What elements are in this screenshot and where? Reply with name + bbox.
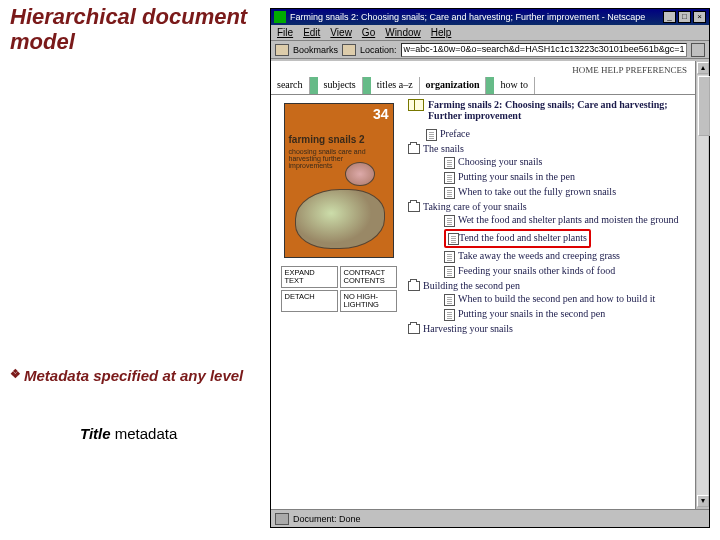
page-icon <box>444 215 455 227</box>
folder-icon <box>408 281 420 291</box>
expand-text-button[interactable]: EXPAND TEXT <box>281 266 338 288</box>
location-input[interactable]: w=abc-1&0w=0&o=search&d=HASH1c1c13223c30… <box>401 43 687 57</box>
cover-number: 34 <box>373 106 389 122</box>
title-em: Title <box>80 425 111 442</box>
page-icon <box>444 266 455 278</box>
book-icon <box>408 99 424 111</box>
top-links[interactable]: HOME HELP PREFERENCES <box>271 61 695 77</box>
page-content: HOME HELP PREFERENCES search subjects ti… <box>271 61 695 509</box>
minimize-button[interactable]: _ <box>663 11 676 23</box>
menu-window[interactable]: Window <box>385 27 421 38</box>
scroll-thumb[interactable] <box>698 76 710 136</box>
location-go-button[interactable] <box>691 43 705 57</box>
location-label: Location: <box>360 45 397 55</box>
title-rest: metadata <box>115 425 178 442</box>
toc-leaf[interactable]: Wet the food and shelter plants and mois… <box>408 213 691 228</box>
menu-file[interactable]: File <box>277 27 293 38</box>
menu-edit[interactable]: Edit <box>303 27 320 38</box>
toc-leaf[interactable]: Feeding your snails other kinds of food <box>408 264 691 279</box>
menu-go[interactable]: Go <box>362 27 375 38</box>
window-titlebar: Farming snails 2: Choosing snails; Care … <box>271 9 709 25</box>
toc-leaf[interactable]: Take away the weeds and creeping grass <box>408 249 691 264</box>
tab-organization[interactable]: organization <box>420 77 487 94</box>
maximize-button[interactable]: □ <box>678 11 691 23</box>
tab-search[interactable]: search <box>271 77 310 94</box>
toc-node[interactable]: Harvesting your snails <box>408 322 691 335</box>
page-icon <box>444 251 455 263</box>
slide-bullet: Metadata specified at any level <box>10 367 260 385</box>
title-metadata-caption: Title metadata <box>80 425 260 442</box>
toc-leaf[interactable]: When to take out the fully grown snails <box>408 185 691 200</box>
bookmarks-label[interactable]: Bookmarks <box>293 45 338 55</box>
contract-contents-button[interactable]: CONTRACT CONTENTS <box>340 266 397 288</box>
page-icon <box>444 157 455 169</box>
status-icon <box>275 513 289 525</box>
tab-subjects[interactable]: subjects <box>318 77 363 94</box>
nav-tabs: search subjects titles a–z organization … <box>271 77 695 95</box>
page-icon <box>448 233 459 245</box>
cover-illustration-large <box>295 189 385 249</box>
no-highlight-button[interactable]: NO HIGH-LIGHTING <box>340 290 397 312</box>
folder-icon <box>408 202 420 212</box>
location-bar: Bookmarks Location: w=abc-1&0w=0&o=searc… <box>271 41 709 59</box>
cover-subtitle: choosing snails care and harvesting furt… <box>289 148 389 169</box>
page-icon <box>444 294 455 306</box>
book-cover[interactable]: 34 farming snails 2 choosing snails care… <box>284 103 394 258</box>
status-text: Document: Done <box>293 514 361 524</box>
menu-bar: File Edit View Go Window Help <box>271 25 709 41</box>
location-icon <box>342 44 356 56</box>
page-icon <box>444 172 455 184</box>
menu-help[interactable]: Help <box>431 27 452 38</box>
detach-button[interactable]: DETACH <box>281 290 338 312</box>
window-title: Farming snails 2: Choosing snails; Care … <box>290 12 661 22</box>
toc-leaf[interactable]: Putting your snails in the pen <box>408 170 691 185</box>
close-button[interactable]: × <box>693 11 706 23</box>
toc-node[interactable]: The snails <box>408 142 691 155</box>
toc-leaf[interactable]: When to build the second pen and how to … <box>408 292 691 307</box>
view-controls: EXPAND TEXT CONTRACT CONTENTS DETACH NO … <box>281 266 397 312</box>
toc-leaf[interactable]: Choosing your snails <box>408 155 691 170</box>
cover-title: farming snails 2 <box>289 134 389 145</box>
toc-root-title[interactable]: Farming snails 2: Choosing snails; Care … <box>428 99 691 121</box>
highlighted-toc-item[interactable]: Tend the food and shelter plants <box>444 229 591 248</box>
cover-illustration-small <box>345 162 375 186</box>
tab-titles[interactable]: titles a–z <box>371 77 420 94</box>
cover-column: 34 farming snails 2 choosing snails care… <box>271 95 406 509</box>
browser-window: Farming snails 2: Choosing snails; Care … <box>270 8 710 528</box>
page-icon <box>426 129 437 141</box>
bookmarks-icon[interactable] <box>275 44 289 56</box>
toc-tree: Farming snails 2: Choosing snails; Care … <box>406 95 695 509</box>
scroll-up-button[interactable]: ▴ <box>697 62 709 74</box>
page-icon <box>444 309 455 321</box>
app-icon <box>274 11 286 23</box>
menu-view[interactable]: View <box>330 27 352 38</box>
toc-leaf[interactable]: Preface <box>408 127 691 142</box>
scroll-down-button[interactable]: ▾ <box>697 495 709 507</box>
status-bar: Document: Done <box>271 509 709 527</box>
folder-icon <box>408 144 420 154</box>
slide-heading: Hierarchical document model <box>10 4 260 55</box>
tab-howto[interactable]: how to <box>494 77 535 94</box>
toc-leaf[interactable]: Tend the food and shelter plants <box>408 228 691 249</box>
vertical-scrollbar[interactable]: ▴ ▾ <box>695 61 709 509</box>
folder-icon <box>408 324 420 334</box>
toc-node[interactable]: Building the second pen <box>408 279 691 292</box>
toc-leaf[interactable]: Putting your snails in the second pen <box>408 307 691 322</box>
page-icon <box>444 187 455 199</box>
toc-node[interactable]: Taking care of your snails <box>408 200 691 213</box>
